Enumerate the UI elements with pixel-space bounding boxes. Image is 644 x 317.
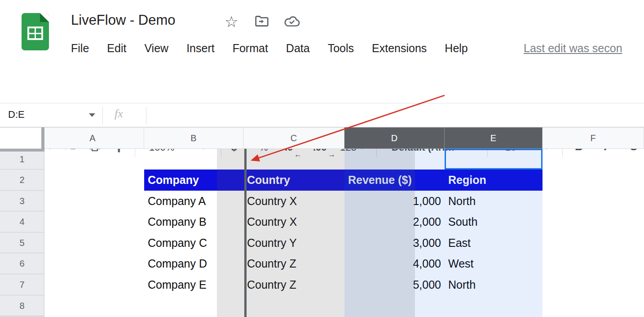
menubar: File Edit View Insert Format Data Tools … <box>71 39 468 58</box>
menu-item-view[interactable]: View <box>144 42 168 55</box>
logo-grid <box>27 27 43 40</box>
column-header-d-selected[interactable]: D <box>344 127 445 149</box>
menu-item-extensions[interactable]: Extensions <box>372 42 427 55</box>
row-header-8[interactable]: 8 <box>0 295 44 316</box>
menu-item-data[interactable]: Data <box>286 42 310 55</box>
formula-bar: D:E fx <box>0 103 644 127</box>
freeze-col-handle[interactable] <box>41 127 44 149</box>
column-header-b[interactable]: B <box>144 127 243 149</box>
active-cell-e1[interactable] <box>445 149 543 170</box>
row-header-4[interactable]: 4 <box>0 211 44 232</box>
logo-fold <box>40 13 49 22</box>
last-edit-link[interactable]: Last edit was secon <box>524 42 622 55</box>
sheets-logo-icon[interactable] <box>22 13 49 50</box>
column-header-c[interactable]: C <box>243 127 344 149</box>
cloud-check-icon[interactable] <box>284 15 300 27</box>
row-header-3[interactable]: 3 <box>0 191 44 211</box>
column-selection-overlay <box>344 149 543 317</box>
column-header-e-selected[interactable]: E <box>445 127 543 149</box>
formula-input[interactable] <box>153 106 640 125</box>
name-box-caret-icon[interactable] <box>89 113 95 117</box>
row-header-7[interactable]: 7 <box>0 274 44 295</box>
column-header-f[interactable]: F <box>543 127 644 149</box>
menu-item-help[interactable]: Help <box>445 42 468 55</box>
menu-item-insert[interactable]: Insert <box>186 42 215 55</box>
menu-item-tools[interactable]: Tools <box>328 42 354 55</box>
freeze-row-handle[interactable] <box>0 149 44 152</box>
toolbar: 100% $ % .0 ← .00 → 123 Default (Ari… 10… <box>0 64 644 103</box>
column-insert-indicator <box>244 149 247 317</box>
name-box[interactable]: D:E <box>8 109 25 121</box>
row-header-2[interactable]: 2 <box>0 170 44 191</box>
move-to-folder-icon[interactable] <box>254 15 269 27</box>
menu-item-file[interactable]: File <box>71 42 89 55</box>
row-header-6[interactable]: 6 <box>0 253 44 274</box>
fx-icon: fx <box>115 107 123 121</box>
select-all-corner[interactable] <box>0 127 41 149</box>
menu-item-format[interactable]: Format <box>233 42 268 55</box>
google-sheets-app: LiveFlow - Demo ☆ File Edit View Insert … <box>0 0 644 317</box>
column-header-a[interactable]: A <box>41 127 144 149</box>
star-icon[interactable]: ☆ <box>225 13 238 31</box>
row-header-1[interactable]: 1 <box>0 149 44 170</box>
menu-item-edit[interactable]: Edit <box>107 42 126 55</box>
row-header-5[interactable]: 5 <box>0 232 44 253</box>
document-title[interactable]: LiveFlow - Demo <box>71 12 176 28</box>
